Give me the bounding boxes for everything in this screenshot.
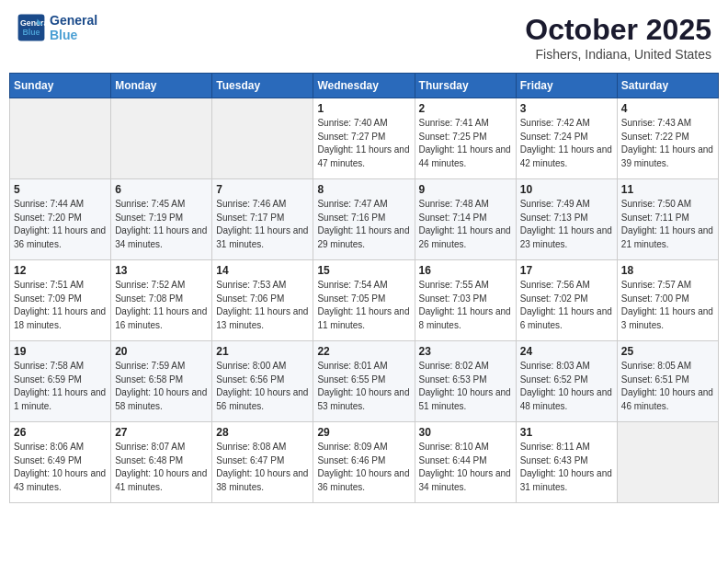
- day-info: Sunrise: 8:06 AMSunset: 6:49 PMDaylight:…: [14, 441, 107, 494]
- day-info: Sunrise: 8:01 AMSunset: 6:55 PMDaylight:…: [317, 360, 410, 413]
- calendar-cell: 11Sunrise: 7:50 AMSunset: 7:11 PMDayligh…: [617, 179, 718, 260]
- day-info: Sunrise: 7:42 AMSunset: 7:24 PMDaylight:…: [520, 117, 613, 170]
- calendar-cell: 27Sunrise: 8:07 AMSunset: 6:48 PMDayligh…: [111, 422, 212, 503]
- day-number: 11: [621, 183, 714, 196]
- svg-text:General: General: [20, 18, 46, 28]
- day-number: 4: [621, 102, 714, 115]
- day-number: 10: [520, 183, 613, 196]
- day-number: 15: [317, 264, 410, 277]
- day-number: 25: [621, 345, 714, 358]
- day-info: Sunrise: 7:58 AMSunset: 6:59 PMDaylight:…: [14, 360, 107, 413]
- day-info: Sunrise: 8:03 AMSunset: 6:52 PMDaylight:…: [520, 360, 613, 413]
- day-number: 21: [216, 345, 309, 358]
- calendar-cell: 21Sunrise: 8:00 AMSunset: 6:56 PMDayligh…: [212, 341, 313, 422]
- day-number: 17: [520, 264, 613, 277]
- calendar-cell: 10Sunrise: 7:49 AMSunset: 7:13 PMDayligh…: [516, 179, 617, 260]
- calendar-cell: 8Sunrise: 7:47 AMSunset: 7:16 PMDaylight…: [313, 179, 415, 260]
- day-number: 12: [14, 264, 107, 277]
- calendar-cell: 24Sunrise: 8:03 AMSunset: 6:52 PMDayligh…: [516, 341, 617, 422]
- calendar-cell: [212, 98, 313, 179]
- calendar-cell: 20Sunrise: 7:59 AMSunset: 6:58 PMDayligh…: [111, 341, 212, 422]
- day-info: Sunrise: 8:02 AMSunset: 6:53 PMDaylight:…: [419, 360, 512, 413]
- day-number: 26: [14, 426, 107, 439]
- weekday-header-tuesday: Tuesday: [212, 74, 313, 98]
- day-info: Sunrise: 7:56 AMSunset: 7:02 PMDaylight:…: [520, 279, 613, 332]
- calendar-table: SundayMondayTuesdayWednesdayThursdayFrid…: [9, 73, 719, 503]
- calendar-cell: 9Sunrise: 7:48 AMSunset: 7:14 PMDaylight…: [415, 179, 516, 260]
- calendar-cell: [111, 98, 212, 179]
- day-number: 24: [520, 345, 613, 358]
- calendar-cell: 15Sunrise: 7:54 AMSunset: 7:05 PMDayligh…: [313, 260, 415, 341]
- day-info: Sunrise: 7:44 AMSunset: 7:20 PMDaylight:…: [14, 198, 107, 251]
- day-number: 31: [520, 426, 613, 439]
- day-info: Sunrise: 8:09 AMSunset: 6:46 PMDaylight:…: [317, 441, 410, 494]
- day-info: Sunrise: 8:00 AMSunset: 6:56 PMDaylight:…: [216, 360, 309, 413]
- month-title: October 2025: [525, 13, 711, 47]
- day-info: Sunrise: 8:11 AMSunset: 6:43 PMDaylight:…: [520, 441, 613, 494]
- calendar-cell: 2Sunrise: 7:41 AMSunset: 7:25 PMDaylight…: [415, 98, 516, 179]
- day-info: Sunrise: 8:07 AMSunset: 6:48 PMDaylight:…: [115, 441, 208, 494]
- day-number: 1: [317, 102, 410, 115]
- day-info: Sunrise: 7:54 AMSunset: 7:05 PMDaylight:…: [317, 279, 410, 332]
- calendar-cell: 31Sunrise: 8:11 AMSunset: 6:43 PMDayligh…: [516, 422, 617, 503]
- calendar-cell: 17Sunrise: 7:56 AMSunset: 7:02 PMDayligh…: [516, 260, 617, 341]
- day-info: Sunrise: 7:47 AMSunset: 7:16 PMDaylight:…: [317, 198, 410, 251]
- weekday-header-sunday: Sunday: [10, 74, 111, 98]
- calendar-cell: 12Sunrise: 7:51 AMSunset: 7:09 PMDayligh…: [10, 260, 111, 341]
- day-number: 2: [419, 102, 512, 115]
- day-number: 13: [115, 264, 208, 277]
- calendar-cell: 14Sunrise: 7:53 AMSunset: 7:06 PMDayligh…: [212, 260, 313, 341]
- weekday-header-wednesday: Wednesday: [313, 74, 415, 98]
- calendar-cell: 25Sunrise: 8:05 AMSunset: 6:51 PMDayligh…: [617, 341, 718, 422]
- day-info: Sunrise: 7:51 AMSunset: 7:09 PMDaylight:…: [14, 279, 107, 332]
- calendar-cell: 28Sunrise: 8:08 AMSunset: 6:47 PMDayligh…: [212, 422, 313, 503]
- day-number: 16: [419, 264, 512, 277]
- calendar-cell: 4Sunrise: 7:43 AMSunset: 7:22 PMDaylight…: [617, 98, 718, 179]
- day-number: 27: [115, 426, 208, 439]
- day-number: 29: [317, 426, 410, 439]
- calendar-cell: 1Sunrise: 7:40 AMSunset: 7:27 PMDaylight…: [313, 98, 415, 179]
- day-number: 18: [621, 264, 714, 277]
- weekday-header-monday: Monday: [111, 74, 212, 98]
- week-row-2: 5Sunrise: 7:44 AMSunset: 7:20 PMDaylight…: [10, 179, 719, 260]
- calendar-cell: 23Sunrise: 8:02 AMSunset: 6:53 PMDayligh…: [415, 341, 516, 422]
- day-number: 30: [419, 426, 512, 439]
- day-info: Sunrise: 7:46 AMSunset: 7:17 PMDaylight:…: [216, 198, 309, 251]
- day-number: 28: [216, 426, 309, 439]
- day-info: Sunrise: 7:59 AMSunset: 6:58 PMDaylight:…: [115, 360, 208, 413]
- day-info: Sunrise: 8:08 AMSunset: 6:47 PMDaylight:…: [216, 441, 309, 494]
- day-number: 8: [317, 183, 410, 196]
- weekday-header-saturday: Saturday: [617, 74, 718, 98]
- calendar-cell: [617, 422, 718, 503]
- logo: General Blue General Blue: [17, 13, 97, 42]
- calendar-cell: 30Sunrise: 8:10 AMSunset: 6:44 PMDayligh…: [415, 422, 516, 503]
- calendar-cell: 6Sunrise: 7:45 AMSunset: 7:19 PMDaylight…: [111, 179, 212, 260]
- weekday-header-row: SundayMondayTuesdayWednesdayThursdayFrid…: [10, 74, 719, 98]
- day-info: Sunrise: 7:50 AMSunset: 7:11 PMDaylight:…: [621, 198, 714, 251]
- day-number: 5: [14, 183, 107, 196]
- logo-general: General: [50, 13, 97, 28]
- day-info: Sunrise: 7:49 AMSunset: 7:13 PMDaylight:…: [520, 198, 613, 251]
- location: Fishers, Indiana, United States: [525, 47, 711, 62]
- day-info: Sunrise: 7:57 AMSunset: 7:00 PMDaylight:…: [621, 279, 714, 332]
- calendar-cell: 13Sunrise: 7:52 AMSunset: 7:08 PMDayligh…: [111, 260, 212, 341]
- page-header: General Blue General Blue October 2025 F…: [9, 9, 719, 65]
- day-number: 6: [115, 183, 208, 196]
- calendar-cell: 7Sunrise: 7:46 AMSunset: 7:17 PMDaylight…: [212, 179, 313, 260]
- svg-text:Blue: Blue: [22, 28, 40, 37]
- week-row-5: 26Sunrise: 8:06 AMSunset: 6:49 PMDayligh…: [10, 422, 719, 503]
- calendar-cell: 16Sunrise: 7:55 AMSunset: 7:03 PMDayligh…: [415, 260, 516, 341]
- day-number: 7: [216, 183, 309, 196]
- calendar-cell: 19Sunrise: 7:58 AMSunset: 6:59 PMDayligh…: [10, 341, 111, 422]
- week-row-3: 12Sunrise: 7:51 AMSunset: 7:09 PMDayligh…: [10, 260, 719, 341]
- day-info: Sunrise: 8:05 AMSunset: 6:51 PMDaylight:…: [621, 360, 714, 413]
- day-number: 22: [317, 345, 410, 358]
- day-info: Sunrise: 7:41 AMSunset: 7:25 PMDaylight:…: [419, 117, 512, 170]
- logo-blue: Blue: [50, 28, 97, 42]
- day-number: 14: [216, 264, 309, 277]
- weekday-header-thursday: Thursday: [415, 74, 516, 98]
- day-number: 9: [419, 183, 512, 196]
- day-info: Sunrise: 7:40 AMSunset: 7:27 PMDaylight:…: [317, 117, 410, 170]
- calendar-cell: [10, 98, 111, 179]
- day-number: 23: [419, 345, 512, 358]
